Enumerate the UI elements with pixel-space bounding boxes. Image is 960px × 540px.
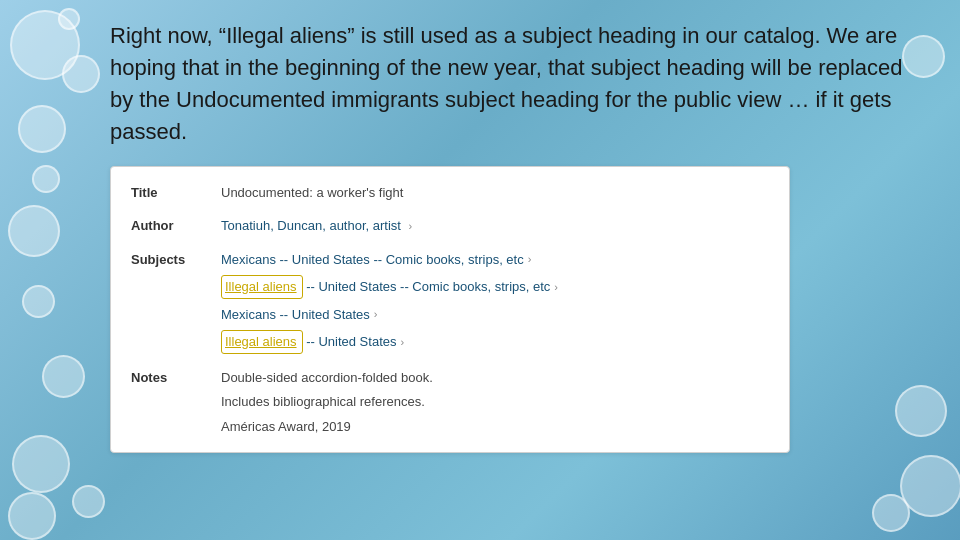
bubble-decoration — [58, 8, 80, 30]
subject-link-4-suffix[interactable]: -- United States — [303, 332, 397, 352]
bubble-decoration — [8, 205, 60, 257]
highlighted-box-2: Illegal aliens — [221, 330, 303, 354]
author-link[interactable]: Tonatiuh, Duncan, author, artist — [221, 218, 401, 233]
title-value: Undocumented: a worker's fight — [221, 183, 769, 203]
subject-chevron-3: › — [374, 306, 378, 323]
title-label: Title — [131, 183, 221, 203]
title-row: Title Undocumented: a worker's fight — [131, 183, 769, 203]
subject-item-3: Mexicans -- United States › — [221, 305, 769, 325]
catalog-card: Title Undocumented: a worker's fight Aut… — [110, 166, 790, 454]
subject-link-1[interactable]: Mexicans -- United States -- Comic books… — [221, 250, 524, 270]
main-paragraph: Right now, “Illegal aliens” is still use… — [110, 20, 930, 148]
bubble-decoration — [8, 492, 56, 540]
subject-item-2: Illegal aliens -- United States -- Comic… — [221, 275, 769, 299]
bubble-decoration — [72, 485, 105, 518]
subject-item-4: Illegal aliens -- United States › — [221, 330, 769, 354]
note-1: Double-sided accordion-folded book. — [221, 368, 769, 388]
bubble-decoration — [62, 55, 100, 93]
highlighted-box-1: Illegal aliens — [221, 275, 303, 299]
subject-chevron-2: › — [554, 279, 558, 296]
notes-label: Notes — [131, 368, 221, 437]
notes-row: Notes Double-sided accordion-folded book… — [131, 368, 769, 437]
bubble-decoration — [22, 285, 55, 318]
bubble-decoration — [32, 165, 60, 193]
bubble-decoration — [42, 355, 85, 398]
note-3: Américas Award, 2019 — [221, 417, 769, 437]
subject-item-1: Mexicans -- United States -- Comic books… — [221, 250, 769, 270]
subject-link-3[interactable]: Mexicans -- United States — [221, 305, 370, 325]
author-row: Author Tonatiuh, Duncan, author, artist … — [131, 216, 769, 236]
illegal-aliens-link-1[interactable]: Illegal aliens — [225, 277, 297, 297]
subject-link-2-suffix[interactable]: -- United States -- Comic books, strips,… — [303, 277, 551, 297]
bubble-decoration — [12, 435, 70, 493]
illegal-aliens-link-2[interactable]: Illegal aliens — [225, 332, 297, 352]
subject-chevron-1: › — [528, 251, 532, 268]
author-label: Author — [131, 216, 221, 236]
bubble-decoration — [18, 105, 66, 153]
subjects-value: Mexicans -- United States -- Comic books… — [221, 250, 769, 354]
author-value: Tonatiuh, Duncan, author, artist › — [221, 216, 769, 236]
subjects-label: Subjects — [131, 250, 221, 354]
content-area: Right now, “Illegal aliens” is still use… — [110, 20, 930, 530]
note-2: Includes bibliographical references. — [221, 392, 769, 412]
notes-value: Double-sided accordion-folded book. Incl… — [221, 368, 769, 437]
subject-chevron-4: › — [400, 334, 404, 351]
author-chevron: › — [409, 220, 413, 232]
subjects-row: Subjects Mexicans -- United States -- Co… — [131, 250, 769, 354]
